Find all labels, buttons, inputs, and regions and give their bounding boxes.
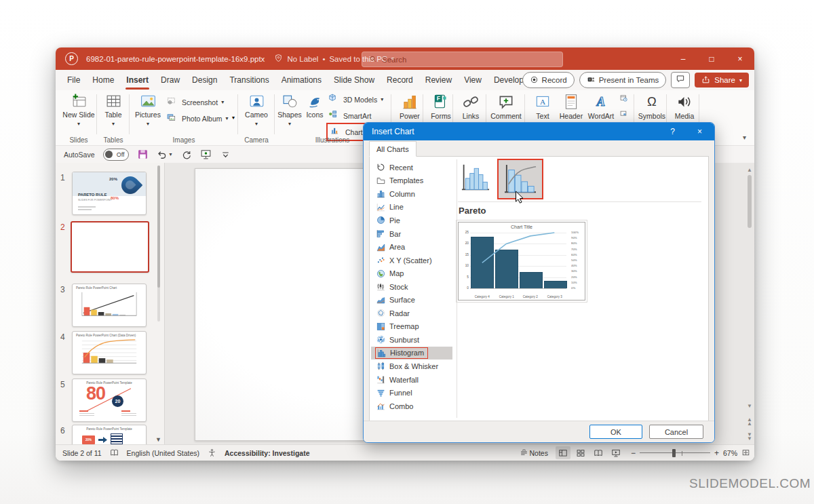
chart-type-item-box-whisker[interactable]: Box & Whisker <box>371 360 452 373</box>
date-time-icon[interactable] <box>620 94 632 106</box>
language-status[interactable]: English (United States) <box>127 449 199 457</box>
customize-qat-chevron-icon[interactable] <box>220 149 231 160</box>
histogram-variant-thumbnail[interactable] <box>459 162 492 193</box>
start-from-beginning-icon[interactable] <box>200 149 212 160</box>
3d-models-button[interactable]: 3D Models▾ <box>328 92 383 106</box>
close-button[interactable]: × <box>726 47 754 70</box>
chart-type-item-pie[interactable]: Pie <box>371 214 452 227</box>
chart-type-item-area[interactable]: Area <box>371 240 452 254</box>
smartart-button[interactable]: SmartArt <box>328 109 383 123</box>
chart-type-item-histogram[interactable]: Histogram <box>371 347 452 360</box>
record-button[interactable]: Record <box>522 72 575 88</box>
dialog-close-button[interactable]: × <box>697 127 702 136</box>
new-slide-button[interactable]: New Slide ▾ <box>62 90 95 127</box>
ribbon-tab-file[interactable]: File <box>61 70 86 90</box>
dialog-help-button[interactable]: ? <box>670 127 675 136</box>
autosave-toggle[interactable]: Off <box>103 149 129 161</box>
pictures-button[interactable]: Pictures▾ <box>132 90 164 127</box>
scrollbar-thumb[interactable] <box>748 175 752 228</box>
zoom-slider-thumb[interactable] <box>672 449 676 457</box>
chart-type-item-line[interactable]: Line <box>371 201 452 214</box>
accessibility-status[interactable]: Accessibility: Investigate <box>225 449 309 457</box>
icons-button[interactable]: Icons <box>304 90 326 119</box>
slide-thumbnail-3[interactable]: Pareto Rule PowerPoint Chart <box>72 284 147 327</box>
slide-sorter-view-button[interactable] <box>573 446 588 459</box>
shapes-button[interactable]: Shapes▾ <box>277 90 303 127</box>
chart-type-item-templates[interactable]: Templates <box>371 174 452 188</box>
ribbon-tab-slide-show[interactable]: Slide Show <box>328 70 381 90</box>
scroll-up-icon[interactable]: ▲ <box>745 167 754 173</box>
comments-button[interactable] <box>671 72 690 88</box>
comment-button[interactable]: Comment <box>489 93 523 120</box>
cameo-button[interactable]: Cameo▾ <box>240 90 273 127</box>
fit-slide-to-window-icon[interactable] <box>741 448 750 457</box>
chart-type-item-radar[interactable]: Radar <box>371 307 452 320</box>
present-in-teams-button[interactable]: T Present in Teams <box>579 72 667 88</box>
symbols-button[interactable]: Ω Symbols <box>636 93 667 120</box>
pareto-chart-preview[interactable]: Chart Title 2520151050 100%90%80%70%60%5… <box>458 222 585 301</box>
dialog-titlebar[interactable]: Insert Chart ? × <box>364 123 714 140</box>
header-footer-button[interactable]: Header <box>556 93 587 120</box>
ribbon-tab-draw[interactable]: Draw <box>155 70 186 90</box>
slide-number-icon[interactable] <box>620 110 632 121</box>
chart-type-item-recent[interactable]: Recent <box>371 161 452 174</box>
zoom-out-button[interactable]: − <box>631 448 636 458</box>
chart-type-item-x-y-scatter-[interactable]: X Y (Scatter) <box>371 254 452 267</box>
links-button[interactable]: Links <box>455 93 486 120</box>
chart-type-item-bar[interactable]: Bar <box>371 227 452 241</box>
slide-thumbnail-2[interactable] <box>71 221 149 273</box>
chart-type-item-waterfall[interactable]: Waterfall <box>371 373 452 387</box>
chart-type-item-combo[interactable]: Combo <box>371 400 452 413</box>
search-box[interactable]: Search <box>362 52 563 67</box>
slide-thumbnail-6[interactable]: Pareto Rule PowerPoint Template20% <box>72 425 147 445</box>
ok-button[interactable]: OK <box>589 425 642 439</box>
zoom-in-button[interactable]: + <box>714 448 719 458</box>
minimize-button[interactable]: – <box>669 47 697 70</box>
slide-thumbnail-4[interactable]: Pareto Rule PowerPoint Chart (Data Drive… <box>72 331 147 374</box>
reading-view-button[interactable] <box>591 446 606 459</box>
images-more-chevron-icon[interactable]: ▾ <box>232 115 235 121</box>
normal-view-button[interactable] <box>556 446 570 459</box>
proofing-book-icon[interactable] <box>110 448 119 457</box>
ribbon-tab-insert[interactable]: Insert <box>120 70 155 90</box>
redo-icon[interactable] <box>180 149 192 160</box>
chart-type-item-map[interactable]: Map <box>371 267 452 280</box>
zoom-slider[interactable] <box>640 448 710 458</box>
maximize-button[interactable]: □ <box>697 47 726 70</box>
zoom-level[interactable]: 67% <box>723 449 737 457</box>
share-button[interactable]: Share ▾ <box>695 73 749 88</box>
text-box-button[interactable]: A Text <box>527 93 558 120</box>
all-charts-tab[interactable]: All Charts <box>369 141 416 157</box>
chart-type-item-funnel[interactable]: Funnel <box>371 386 452 400</box>
ribbon-tab-animations[interactable]: Animations <box>275 70 328 90</box>
ribbon-tab-design[interactable]: Design <box>186 70 223 90</box>
chart-type-item-surface[interactable]: Surface <box>371 293 452 307</box>
vertical-scrollbar[interactable]: ▲ ▼ ▲▲ ▼▼ <box>745 164 754 445</box>
undo-button[interactable]: ▾ <box>157 149 172 160</box>
thumbnail-scrollbar-thumb[interactable] <box>157 166 160 288</box>
thumbnail-scroll-down-icon[interactable]: ▼ <box>155 436 161 443</box>
collapse-ribbon-chevron-icon[interactable]: ▾ <box>743 134 746 141</box>
ribbon-tab-home[interactable]: Home <box>86 70 120 90</box>
power-button[interactable]: Power <box>394 93 425 120</box>
media-button[interactable]: Media <box>669 93 700 120</box>
next-slide-button[interactable]: ▼▼ <box>745 433 754 441</box>
sensitivity-label[interactable]: No Label <box>287 55 318 63</box>
notes-button[interactable]: Notes <box>520 448 548 457</box>
chart-type-item-sunburst[interactable]: Sunburst <box>371 333 452 347</box>
screenshot-button[interactable]: Screenshot▾ <box>167 95 229 109</box>
photo-album-button[interactable]: Photo Album▾ <box>167 111 229 125</box>
slideshow-view-button[interactable] <box>608 446 623 459</box>
wordart-button[interactable]: A WordArt <box>584 93 618 120</box>
chart-type-item-treemap[interactable]: Treemap <box>371 320 452 334</box>
chart-type-item-stock[interactable]: Stock <box>371 280 452 294</box>
slide-thumbnail-1[interactable]: 20% PARETO RULESLIDES FOR POWERPOINT80% <box>72 172 147 215</box>
save-button[interactable] <box>137 149 149 160</box>
ribbon-tab-transitions[interactable]: Transitions <box>223 70 275 90</box>
ribbon-tab-review[interactable]: Review <box>419 70 458 90</box>
scroll-down-icon[interactable]: ▼ <box>745 403 754 409</box>
table-button[interactable]: Table▾ <box>99 90 128 127</box>
ribbon-tab-view[interactable]: View <box>458 70 488 90</box>
chart-type-item-column[interactable]: Column <box>371 187 452 201</box>
previous-slide-button[interactable]: ▲▲ <box>745 418 754 426</box>
